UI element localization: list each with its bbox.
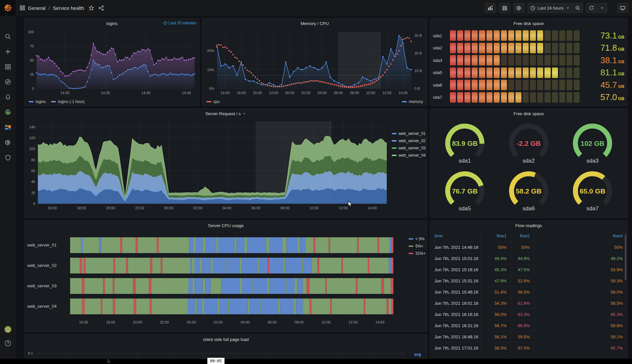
user-avatar[interactable] xyxy=(4,326,12,333)
svg-text:00:00: 00:00 xyxy=(187,320,196,324)
legend-item[interactable]: memory xyxy=(402,99,423,104)
legend-right: memory xyxy=(402,99,423,104)
panel-header[interactable]: Memory / CPU xyxy=(202,19,427,28)
disk-bar-cell xyxy=(544,30,550,41)
disk-value: 71.8GB xyxy=(582,43,624,53)
search-icon[interactable] xyxy=(4,33,12,40)
favorite-star-icon[interactable] xyxy=(89,5,94,11)
panel-title: Flow readings xyxy=(515,223,542,228)
column-header-flow3[interactable]: flow3 xyxy=(534,230,627,242)
panel-header[interactable]: Server Request / s xyxy=(25,109,427,118)
cell-time: Jun 7th, 2021 16:31:16 xyxy=(431,320,480,331)
disk-bar-cell xyxy=(515,55,521,65)
table-scrollbar[interactable] xyxy=(625,234,626,280)
cell-time: Jun 7th, 2021 16:16:16 xyxy=(431,309,480,320)
app-plugin-icon[interactable] xyxy=(4,124,12,131)
legend-item[interactable]: < 5% xyxy=(408,237,426,241)
disk-row: sda581.1GB xyxy=(433,67,624,78)
svg-text:14:45: 14:45 xyxy=(182,91,191,95)
legend-item[interactable]: web_server_04 xyxy=(392,153,426,158)
legend-item[interactable]: web_server_01 xyxy=(392,131,426,136)
svg-text:00:00: 00:00 xyxy=(285,91,294,95)
disk-label: sda6 xyxy=(433,83,447,88)
disk-bar-cell xyxy=(523,30,529,41)
panel-title: Memory / CPU xyxy=(301,21,329,26)
disk-value: 73.1GB xyxy=(582,31,624,41)
column-header-flow2[interactable]: flow2 xyxy=(511,230,534,242)
cell-value: 49.2% xyxy=(534,253,627,264)
disk-label: sda5 xyxy=(433,70,447,75)
legend-item[interactable]: logins (-1 hour) xyxy=(51,99,85,104)
legend-item[interactable]: logins xyxy=(29,99,46,104)
configuration-gear-icon[interactable] xyxy=(4,139,12,146)
refresh-button[interactable] xyxy=(586,3,597,13)
cycle-view-mode-button[interactable] xyxy=(617,3,628,13)
legend-item[interactable]: 5%+ xyxy=(408,244,426,248)
alerting-bell-icon[interactable] xyxy=(4,93,12,101)
create-plus-icon[interactable] xyxy=(4,48,12,55)
save-dashboard-button[interactable] xyxy=(499,3,510,13)
breadcrumb-separator: / xyxy=(48,5,50,11)
svg-text:100: 100 xyxy=(28,30,34,34)
disk-bar-cell xyxy=(487,67,492,78)
panel-header[interactable]: Flow readings xyxy=(430,221,627,230)
disk-bar-cell xyxy=(479,67,485,78)
panel-header[interactable]: client side full page load xyxy=(25,335,427,344)
disk-bar-cell xyxy=(552,67,558,78)
apps-grid-icon xyxy=(20,5,25,11)
legend-label: web_server_01 xyxy=(399,131,426,136)
disk-label: sda3 xyxy=(433,58,447,63)
dashboards-icon[interactable] xyxy=(4,63,12,70)
admin-shield-icon[interactable] xyxy=(4,154,12,161)
explore-compass-icon[interactable] xyxy=(4,78,12,86)
chevron-down-icon[interactable] xyxy=(242,112,246,116)
svg-text:40: 40 xyxy=(31,180,35,184)
table-row: Jun 7th, 2021 15:16:1645.3%47.5%53.9% xyxy=(431,264,627,275)
svg-text:0%: 0% xyxy=(209,87,214,91)
svg-text:14:00: 14:00 xyxy=(375,320,384,324)
svg-text:14:40: 14:40 xyxy=(142,91,151,95)
legend-item[interactable]: 31%+ xyxy=(408,251,426,256)
disk-bar-cell xyxy=(479,30,485,41)
column-header-time[interactable]: time xyxy=(431,230,480,242)
world-plugin-icon[interactable] xyxy=(4,109,12,116)
panel-time-range-link[interactable]: Last 20 minutes xyxy=(163,21,197,25)
panel-title: logins xyxy=(106,21,118,26)
legend-item[interactable]: web_server_03 xyxy=(392,146,426,150)
add-panel-button[interactable] xyxy=(485,3,496,13)
help-icon[interactable] xyxy=(4,340,12,347)
breadcrumb-section[interactable]: General xyxy=(28,5,45,11)
panel-header[interactable]: Free disk space xyxy=(430,109,627,118)
share-icon[interactable] xyxy=(98,5,104,11)
disk-bar-cell xyxy=(559,80,565,90)
disk-bar-cell xyxy=(515,80,521,90)
legend-item[interactable]: cpu xyxy=(206,99,220,104)
legend-color-dash xyxy=(402,101,407,102)
zoom-out-time-button[interactable] xyxy=(572,3,583,13)
video-scrubber-bar[interactable]: 00:05 xyxy=(0,359,632,364)
legend-item[interactable]: web_server_02 xyxy=(392,139,426,143)
disk-bar-cell xyxy=(494,67,500,78)
svg-text:16:00: 16:00 xyxy=(79,320,88,324)
time-range-picker[interactable]: Last 24 hours xyxy=(528,3,572,13)
legend-color-dash xyxy=(29,101,34,102)
refresh-interval-dropdown[interactable] xyxy=(597,3,607,13)
column-header-flow1[interactable]: flow1 xyxy=(480,230,511,242)
panel-header[interactable]: Free disk space xyxy=(430,19,627,28)
panel-header[interactable]: logins Last 20 minutes xyxy=(25,19,199,28)
chevron-down-icon xyxy=(600,6,604,10)
panel-header[interactable]: Server CPU usage xyxy=(25,221,427,230)
breadcrumb-page[interactable]: Service health xyxy=(53,5,84,11)
disk-bar-cell xyxy=(574,55,580,65)
dashboard-settings-button[interactable] xyxy=(514,3,524,13)
disk-bar-cell xyxy=(574,43,580,53)
table-row: Jun 7th, 2021 15:31:1647.9%52.9%59.3% xyxy=(431,275,627,287)
disk-bar-cell xyxy=(530,55,536,65)
svg-text:83.9 GB: 83.9 GB xyxy=(452,140,478,147)
disk-bar-cell xyxy=(544,92,550,103)
cell-value: 65.3% xyxy=(534,309,627,320)
disk-bar-track xyxy=(450,92,580,103)
grafana-logo[interactable] xyxy=(0,0,16,16)
disk-bar-cell xyxy=(508,43,514,53)
disk-value: 45.7GB xyxy=(582,80,624,90)
